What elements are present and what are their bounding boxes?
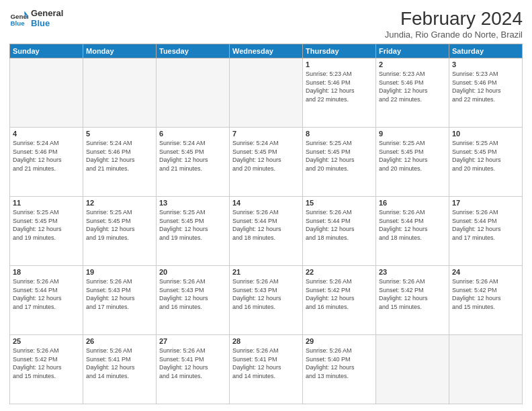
day-number: 15 — [306, 199, 373, 207]
day-number: 26 — [86, 337, 153, 345]
day-info: Sunrise: 5:25 AM Sunset: 5:45 PM Dayligh… — [306, 139, 373, 173]
week-row-3: 18Sunrise: 5:26 AM Sunset: 5:44 PM Dayli… — [10, 266, 523, 335]
day-info: Sunrise: 5:26 AM Sunset: 5:41 PM Dayligh… — [86, 347, 153, 380]
calendar-cell: 11Sunrise: 5:25 AM Sunset: 5:45 PM Dayli… — [10, 197, 83, 266]
day-info: Sunrise: 5:25 AM Sunset: 5:45 PM Dayligh… — [159, 208, 226, 242]
calendar-cell: 29Sunrise: 5:26 AM Sunset: 5:40 PM Dayli… — [303, 335, 376, 404]
logo-text-blue: Blue — [31, 18, 63, 28]
subtitle: Jundia, Rio Grande do Norte, Brazil — [385, 30, 523, 40]
day-info: Sunrise: 5:25 AM Sunset: 5:45 PM Dayligh… — [452, 139, 519, 173]
day-info: Sunrise: 5:26 AM Sunset: 5:42 PM Dayligh… — [379, 277, 446, 311]
calendar-header-row: SundayMondayTuesdayWednesdayThursdayFrid… — [10, 44, 523, 58]
calendar-cell: 22Sunrise: 5:26 AM Sunset: 5:42 PM Dayli… — [303, 266, 376, 335]
calendar-cell: 5Sunrise: 5:24 AM Sunset: 5:46 PM Daylig… — [83, 128, 157, 197]
day-number: 22 — [306, 268, 373, 276]
day-info: Sunrise: 5:26 AM Sunset: 5:42 PM Dayligh… — [13, 347, 80, 380]
calendar-cell: 24Sunrise: 5:26 AM Sunset: 5:42 PM Dayli… — [449, 266, 523, 335]
week-row-2: 11Sunrise: 5:25 AM Sunset: 5:45 PM Dayli… — [10, 197, 523, 266]
calendar-cell: 4Sunrise: 5:24 AM Sunset: 5:46 PM Daylig… — [10, 128, 83, 197]
calendar-cell: 7Sunrise: 5:24 AM Sunset: 5:45 PM Daylig… — [230, 128, 303, 197]
calendar-cell: 12Sunrise: 5:25 AM Sunset: 5:45 PM Dayli… — [83, 197, 157, 266]
calendar-cell: 27Sunrise: 5:26 AM Sunset: 5:41 PM Dayli… — [157, 335, 230, 404]
day-info: Sunrise: 5:25 AM Sunset: 5:45 PM Dayligh… — [379, 139, 446, 173]
day-info: Sunrise: 5:26 AM Sunset: 5:43 PM Dayligh… — [86, 277, 153, 311]
calendar-cell: 28Sunrise: 5:26 AM Sunset: 5:41 PM Dayli… — [230, 335, 303, 404]
day-number: 10 — [452, 130, 519, 138]
day-number: 16 — [379, 199, 446, 207]
day-info: Sunrise: 5:24 AM Sunset: 5:46 PM Dayligh… — [13, 139, 80, 173]
calendar-cell: 14Sunrise: 5:26 AM Sunset: 5:44 PM Dayli… — [230, 197, 303, 266]
header-saturday: Saturday — [449, 44, 523, 58]
header-tuesday: Tuesday — [157, 44, 230, 58]
day-info: Sunrise: 5:26 AM Sunset: 5:44 PM Dayligh… — [379, 208, 446, 242]
day-number: 25 — [13, 337, 80, 345]
day-number: 6 — [159, 130, 226, 138]
calendar-cell: 9Sunrise: 5:25 AM Sunset: 5:45 PM Daylig… — [376, 128, 449, 197]
day-info: Sunrise: 5:23 AM Sunset: 5:46 PM Dayligh… — [452, 70, 519, 103]
day-number: 17 — [452, 199, 519, 207]
calendar-cell: 26Sunrise: 5:26 AM Sunset: 5:41 PM Dayli… — [83, 335, 157, 404]
header-monday: Monday — [83, 44, 157, 58]
calendar-cell — [230, 58, 303, 128]
week-row-1: 4Sunrise: 5:24 AM Sunset: 5:46 PM Daylig… — [10, 128, 523, 197]
day-number: 3 — [452, 60, 519, 68]
calendar-cell: 16Sunrise: 5:26 AM Sunset: 5:44 PM Dayli… — [376, 197, 449, 266]
day-info: Sunrise: 5:26 AM Sunset: 5:44 PM Dayligh… — [232, 208, 300, 242]
day-number: 19 — [86, 268, 153, 276]
calendar: SundayMondayTuesdayWednesdayThursdayFrid… — [9, 44, 523, 404]
svg-text:Blue: Blue — [10, 19, 25, 27]
day-number: 12 — [86, 199, 153, 207]
day-number: 27 — [159, 337, 226, 345]
header-thursday: Thursday — [303, 44, 376, 58]
day-number: 5 — [86, 130, 153, 138]
day-info: Sunrise: 5:26 AM Sunset: 5:44 PM Dayligh… — [452, 208, 519, 242]
day-number: 21 — [232, 268, 300, 276]
day-number: 20 — [159, 268, 226, 276]
header-wednesday: Wednesday — [230, 44, 303, 58]
week-row-0: 1Sunrise: 5:23 AM Sunset: 5:46 PM Daylig… — [10, 58, 523, 128]
calendar-cell — [10, 58, 83, 128]
calendar-cell: 20Sunrise: 5:26 AM Sunset: 5:43 PM Dayli… — [157, 266, 230, 335]
calendar-cell: 23Sunrise: 5:26 AM Sunset: 5:42 PM Dayli… — [376, 266, 449, 335]
day-number: 14 — [232, 199, 300, 207]
day-info: Sunrise: 5:23 AM Sunset: 5:46 PM Dayligh… — [306, 70, 373, 103]
calendar-cell: 8Sunrise: 5:25 AM Sunset: 5:45 PM Daylig… — [303, 128, 376, 197]
day-info: Sunrise: 5:26 AM Sunset: 5:42 PM Dayligh… — [452, 277, 519, 311]
day-number: 11 — [13, 199, 80, 207]
day-number: 24 — [452, 268, 519, 276]
day-info: Sunrise: 5:26 AM Sunset: 5:43 PM Dayligh… — [159, 277, 226, 311]
day-number: 7 — [232, 130, 300, 138]
day-info: Sunrise: 5:24 AM Sunset: 5:45 PM Dayligh… — [159, 139, 226, 173]
day-info: Sunrise: 5:26 AM Sunset: 5:41 PM Dayligh… — [232, 347, 300, 380]
header-sunday: Sunday — [10, 44, 83, 58]
day-number: 29 — [306, 337, 373, 345]
day-number: 28 — [232, 337, 300, 345]
day-number: 4 — [13, 130, 80, 138]
calendar-cell — [376, 335, 449, 404]
logo: General Blue General Blue — [9, 8, 63, 28]
day-info: Sunrise: 5:26 AM Sunset: 5:44 PM Dayligh… — [306, 208, 373, 242]
logo-text-general: General — [31, 8, 63, 18]
calendar-cell — [157, 58, 230, 128]
calendar-cell: 13Sunrise: 5:25 AM Sunset: 5:45 PM Dayli… — [157, 197, 230, 266]
calendar-cell: 17Sunrise: 5:26 AM Sunset: 5:44 PM Dayli… — [449, 197, 523, 266]
main-title: February 2024 — [385, 8, 523, 30]
calendar-cell: 15Sunrise: 5:26 AM Sunset: 5:44 PM Dayli… — [303, 197, 376, 266]
calendar-cell: 6Sunrise: 5:24 AM Sunset: 5:45 PM Daylig… — [157, 128, 230, 197]
calendar-cell: 19Sunrise: 5:26 AM Sunset: 5:43 PM Dayli… — [83, 266, 157, 335]
day-info: Sunrise: 5:26 AM Sunset: 5:43 PM Dayligh… — [232, 277, 300, 311]
day-info: Sunrise: 5:26 AM Sunset: 5:40 PM Dayligh… — [306, 347, 373, 380]
calendar-cell — [449, 335, 523, 404]
header-friday: Friday — [376, 44, 449, 58]
calendar-cell — [83, 58, 157, 128]
calendar-cell: 10Sunrise: 5:25 AM Sunset: 5:45 PM Dayli… — [449, 128, 523, 197]
header: General Blue General Blue February 2024 … — [9, 8, 523, 40]
day-number: 13 — [159, 199, 226, 207]
title-block: February 2024 Jundia, Rio Grande do Nort… — [385, 8, 523, 40]
calendar-cell: 18Sunrise: 5:26 AM Sunset: 5:44 PM Dayli… — [10, 266, 83, 335]
day-info: Sunrise: 5:26 AM Sunset: 5:44 PM Dayligh… — [13, 277, 80, 311]
logo-icon: General Blue — [9, 9, 28, 28]
day-info: Sunrise: 5:25 AM Sunset: 5:45 PM Dayligh… — [86, 208, 153, 242]
calendar-cell: 3Sunrise: 5:23 AM Sunset: 5:46 PM Daylig… — [449, 58, 523, 128]
day-number: 1 — [306, 60, 373, 68]
